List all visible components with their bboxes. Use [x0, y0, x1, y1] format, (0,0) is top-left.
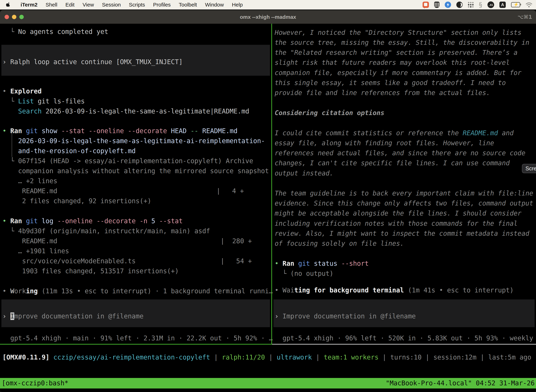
tmux-session-label: [omx-cczip0:bash* — [2, 378, 68, 388]
wifi-icon[interactable] — [526, 2, 532, 8]
terminal-line: essay file, along with finding root file… — [275, 139, 494, 147]
terminal-line: README.md| 280 + — [2, 237, 57, 245]
terminal-line: references need actual files, and since … — [275, 149, 526, 157]
terminal-line: • Ran git status --short — [275, 260, 369, 268]
terminal-line: the source tree, missing the essay. Stil… — [275, 39, 529, 47]
window-shortcut-badge: ⌥⌘1 — [517, 10, 532, 24]
menubar-status-icons: § ..61 A ⚡ — [423, 1, 536, 8]
menu-item-view[interactable]: View — [79, 2, 98, 8]
terminal-line: However, I noticed the "Directory Struct… — [275, 29, 522, 37]
terminal-line: provide file and line references from th… — [275, 89, 490, 97]
dots-grid-icon[interactable] — [468, 2, 474, 8]
menu-items: iTerm2ShellEditViewSessionScriptsProfile… — [17, 2, 247, 8]
terminal-line: • Working (11m 13s • esc to interrupt) ·… — [2, 287, 273, 295]
menu-item-window[interactable]: Window — [201, 2, 228, 8]
terminal-line: review. Also, I might want to inspect th… — [275, 229, 529, 238]
keypad-shield-icon[interactable] — [434, 2, 440, 8]
terminal-line: › Improve documentation in @filename — [275, 312, 416, 320]
terminal-line: this single essay, it seems like a good … — [275, 79, 506, 87]
tmux-host-clock: "MacBook-Pro-44.local" 04:52 31-Mar-26 — [386, 378, 535, 388]
menu-item-toolbelt[interactable]: Toolbelt — [175, 2, 201, 8]
right-pane-bottom-border — [272, 344, 536, 345]
menu-item-edit[interactable]: Edit — [61, 2, 79, 8]
crescent-icon[interactable] — [456, 2, 463, 8]
terminal-line: gpt-5.4 xhigh · 96% left · 520K in · 5.8… — [275, 334, 536, 342]
menu-item-shell[interactable]: Shell — [42, 2, 61, 8]
terminal-line: I could cite commit statistics or refere… — [275, 129, 514, 137]
menu-item-profiles[interactable]: Profiles — [149, 2, 175, 8]
inject-banner-line: › Ralph loop active continue [OMX_TMUX_I… — [2, 58, 183, 66]
terminal-line: and-the-erosion-of-copyleft.md — [2, 147, 136, 155]
menu-item-iterm2[interactable]: iTerm2 — [17, 2, 42, 8]
terminal-line: └ 067f154 (HEAD -> essay/ai-reimplementa… — [2, 157, 253, 165]
screen-recording-icon[interactable] — [423, 2, 429, 8]
terminal-line: Search 2026-03-09-is-legal-the-same-as-l… — [2, 107, 249, 115]
terminal-line: 2026-03-09-is-legal-the-same-as-legitima… — [2, 137, 265, 145]
terminal-line: └ No agents completed yet — [2, 28, 108, 36]
terminal-line: gpt-5.4 xhigh · main · 91% left · 2.31M … — [2, 334, 273, 342]
omx-status-text: [OMX#0.11.9] cczip/essay/ai-reimplementa… — [2, 353, 531, 361]
terminal-line: of focusing solely on file lines. — [275, 240, 404, 248]
terminal-line: src/voice/voiceModeEnabled.ts| 54 + — [2, 257, 136, 265]
terminal-line: companion analysis without altering the … — [2, 167, 269, 175]
pane-divider[interactable] — [271, 24, 272, 344]
battery-percent-icon[interactable]: ..61 — [488, 1, 494, 8]
left-pane-bottom-border — [0, 344, 272, 345]
terminal-line: slight risk that future readers may over… — [275, 59, 510, 67]
terminal-line: • Waiting for background terminal (1m 41… — [275, 286, 514, 294]
terminal-line: 1903 files changed, 513517 insertions(+) — [2, 267, 179, 275]
battery-icon[interactable]: ⚡ — [511, 2, 520, 7]
screen-overlay-chip[interactable]: Scre — [522, 164, 536, 173]
menu-item-session[interactable]: Session — [98, 2, 125, 8]
terminal-line: Considering citation options — [275, 109, 384, 117]
window-title-bar[interactable]: omx --xhigh --madmax ⌥⌘1 — [0, 10, 536, 24]
menu-item-help[interactable]: Help — [228, 2, 247, 8]
terminal-line: … +1901 lines — [2, 247, 69, 255]
terminal-line: changes, I can't cite specific file line… — [275, 159, 510, 167]
blue-bolt-icon[interactable] — [445, 2, 451, 8]
terminal-line: └ (no output) — [275, 270, 333, 278]
terminal-line: output instead. — [275, 169, 333, 177]
input-source-icon[interactable]: A — [499, 2, 506, 8]
terminal-line: 2 files changed, 92 insertions(+) — [2, 197, 151, 205]
terminal-line: The team guideline is to back every impo… — [275, 189, 533, 197]
menu-item-scripts[interactable]: Scripts — [125, 2, 149, 8]
terminal-area: › Ralph loop active continue [OMX_TMUX_I… — [0, 24, 536, 392]
terminal-line: • Explored — [2, 87, 42, 95]
terminal-line: └ 4b9d30f (origin/main, instructkr/main,… — [2, 227, 210, 235]
terminal-line: • Ran git show --stat --oneline --decora… — [2, 127, 238, 135]
menu-bar: iTerm2ShellEditViewSessionScriptsProfile… — [0, 0, 536, 9]
terminal-line: • Ran git log --oneline --decorate -n 5 … — [2, 217, 183, 225]
screen: iTerm2ShellEditViewSessionScriptsProfile… — [0, 0, 536, 392]
terminal-line: README.md| 4 + — [2, 187, 57, 195]
apple-menu-icon[interactable] — [6, 2, 11, 8]
terminal-line: └ List git ls-files — [2, 97, 85, 105]
terminal-line: might be acceptable alongside the file l… — [275, 209, 522, 217]
terminal-line: companion file, especially if more comme… — [275, 69, 522, 77]
terminal-line: the "Related research writing" section i… — [275, 49, 517, 57]
terminal-line: › Improve documentation in @filename — [2, 312, 144, 320]
iterm-window: omx --xhigh --madmax ⌥⌘1 › Ralph loop ac… — [0, 10, 536, 392]
terminal-line: including verification notes with those … — [275, 219, 517, 228]
squiggle-icon[interactable]: § — [479, 2, 482, 8]
terminal-line: … +2 lines — [2, 177, 57, 185]
terminal-line: evidence. Since this change only affects… — [275, 199, 533, 207]
window-title: omx --xhigh --madmax — [0, 10, 536, 24]
tmux-status-bar: [omx-cczip0:bash* "MacBook-Pro-44.local"… — [0, 378, 536, 388]
